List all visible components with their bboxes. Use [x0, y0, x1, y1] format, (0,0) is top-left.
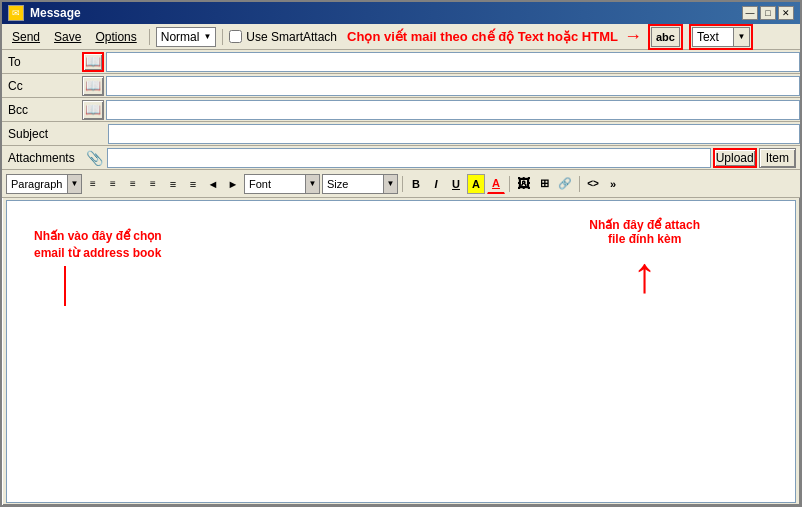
cc-row: Cc 📖 [2, 74, 800, 98]
upload-button[interactable]: Upload [713, 148, 757, 168]
indent-button[interactable]: ► [224, 174, 242, 194]
font-dropdown[interactable]: Font ▼ [244, 174, 320, 194]
menu-separator-1 [149, 29, 150, 45]
close-button[interactable]: ✕ [778, 6, 794, 20]
abc-button[interactable]: abc [651, 27, 680, 47]
unordered-list-button[interactable]: ≡ [184, 174, 202, 194]
insert-table-button[interactable]: ⊞ [535, 174, 553, 194]
normal-arrow: ▼ [203, 32, 211, 41]
subject-label: Subject [2, 125, 82, 143]
bcc-input[interactable] [106, 100, 800, 120]
align-center-button[interactable]: ≡ [104, 174, 122, 194]
to-input[interactable] [106, 52, 800, 72]
bcc-row: Bcc 📖 [2, 98, 800, 122]
cc-input[interactable] [106, 76, 800, 96]
maximize-button[interactable]: □ [760, 6, 776, 20]
size-label: Size [323, 178, 383, 190]
toolbar-divider-1 [402, 176, 403, 192]
font-arrow[interactable]: ▼ [305, 175, 319, 193]
normal-label: Normal [161, 30, 200, 44]
subject-row: Subject [2, 122, 800, 146]
source-code-button[interactable]: <> [584, 174, 602, 194]
main-window: ✉ Message — □ ✕ Send Save Options Normal… [0, 0, 802, 507]
to-address-book-button[interactable]: 📖 [82, 52, 104, 72]
item-button[interactable]: Item [759, 148, 796, 168]
insert-image-button[interactable]: 🖼 [514, 174, 533, 194]
normal-dropdown[interactable]: Normal ▼ [156, 27, 217, 47]
ordered-list-button[interactable]: ≡ [164, 174, 182, 194]
annotation-arrow-right: → [624, 26, 642, 47]
bcc-address-book-icon: 📖 [85, 102, 101, 117]
smart-attach-label: Use SmartAttach [246, 30, 337, 44]
highlight-button[interactable]: A [467, 174, 485, 194]
form-area: To 📖 Cc 📖 Bcc 📖 Subject [2, 50, 800, 170]
text-mode-dropdown[interactable]: Text ▼ [692, 27, 750, 47]
title-bar: ✉ Message — □ ✕ [2, 2, 800, 24]
insert-link-button[interactable]: 🔗 [555, 174, 575, 194]
align-right-button[interactable]: ≡ [124, 174, 142, 194]
align-justify-button[interactable]: ≡ [144, 174, 162, 194]
more-button[interactable]: » [604, 174, 622, 194]
size-arrow[interactable]: ▼ [383, 175, 397, 193]
text-mode-arrow[interactable]: ▼ [733, 28, 749, 46]
window-icon: ✉ [8, 5, 24, 21]
paragraph-dropdown[interactable]: Paragraph ▼ [6, 174, 82, 194]
smart-attach-checkbox-wrapper[interactable]: Use SmartAttach [229, 30, 337, 44]
text-mode-label: Text [693, 29, 733, 45]
bold-button[interactable]: B [407, 174, 425, 194]
cc-label: Cc [2, 77, 82, 95]
clip-icon: 📎 [86, 150, 103, 166]
menu-save[interactable]: Save [48, 28, 87, 46]
menu-options[interactable]: Options [89, 28, 142, 46]
text-mode-dropdown-wrapper: Text ▼ [689, 24, 753, 50]
attachments-label: Attachments [2, 149, 82, 167]
outdent-button[interactable]: ◄ [204, 174, 222, 194]
menu-separator-2 [222, 29, 223, 45]
paragraph-label: Paragraph [7, 178, 67, 190]
editor-wrapper: Nhấn vào đây để chọn email từ address bo… [2, 198, 800, 505]
abc-button-wrapper: abc [648, 24, 683, 50]
attachments-row: Attachments 📎 Upload Item [2, 146, 800, 170]
smart-attach-checkbox[interactable] [229, 30, 242, 43]
cc-address-book-button[interactable]: 📖 [82, 76, 104, 96]
bcc-label: Bcc [2, 101, 82, 119]
annotation-top-text: Chọn viết mail theo chế độ Text hoặc HTM… [347, 29, 618, 44]
menu-send[interactable]: Send [6, 28, 46, 46]
font-label: Font [245, 178, 305, 190]
toolbar-divider-2 [509, 176, 510, 192]
cc-address-book-icon: 📖 [85, 78, 101, 93]
minimize-button[interactable]: — [742, 6, 758, 20]
size-dropdown[interactable]: Size ▼ [322, 174, 398, 194]
to-row: To 📖 [2, 50, 800, 74]
editor-area[interactable] [6, 200, 796, 503]
underline-button[interactable]: U [447, 174, 465, 194]
to-label: To [2, 53, 82, 71]
subject-input[interactable] [108, 124, 800, 144]
italic-button[interactable]: I [427, 174, 445, 194]
paragraph-arrow[interactable]: ▼ [67, 175, 81, 193]
menu-bar: Send Save Options Normal ▼ Use SmartAtta… [2, 24, 800, 50]
attachments-input[interactable] [107, 148, 711, 168]
align-left-button[interactable]: ≡ [84, 174, 102, 194]
bcc-address-book-button[interactable]: 📖 [82, 100, 104, 120]
toolbar-divider-3 [579, 176, 580, 192]
window-title: Message [30, 6, 81, 20]
editor-toolbar: Paragraph ▼ ≡ ≡ ≡ ≡ ≡ ≡ ◄ ► Font ▼ Size … [2, 170, 800, 198]
address-book-icon: 📖 [85, 54, 101, 69]
font-color-button[interactable]: A [487, 174, 505, 194]
